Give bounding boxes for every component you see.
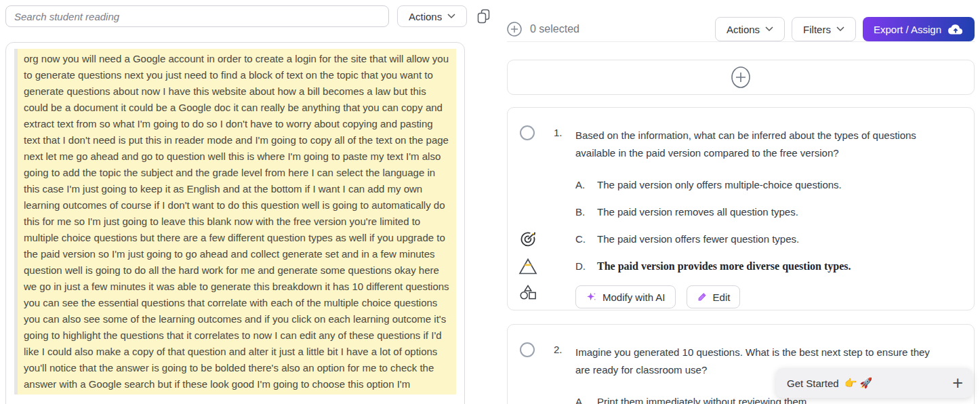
questions-panel: 0 selected Actions Filters Export / Assi… xyxy=(507,0,975,404)
question-rail xyxy=(518,336,554,404)
option-letter: A. xyxy=(575,394,597,404)
export-assign-label: Export / Assign xyxy=(874,24,941,35)
answer-option-correct: D. The paid version provides more divers… xyxy=(554,258,963,275)
question-number: 2. xyxy=(554,344,575,379)
filters-label: Filters xyxy=(803,24,831,35)
question-select-radio[interactable] xyxy=(520,125,535,140)
select-all-control[interactable]: 0 selected xyxy=(507,22,579,37)
reading-panel: Actions org now you will need a Google a… xyxy=(5,5,476,27)
filters-button[interactable]: Filters xyxy=(792,17,856,41)
chevron-down-icon xyxy=(765,26,773,32)
question-text: Based on the information, what can be in… xyxy=(575,127,941,162)
pyramid-icon[interactable] xyxy=(518,257,537,276)
questions-actions-button[interactable]: Actions xyxy=(715,17,785,41)
question-rail xyxy=(518,119,554,300)
question-text-row: 1. Based on the information, what can be… xyxy=(554,127,963,162)
modify-with-ai-label: Modify with AI xyxy=(603,291,666,303)
reading-toolbar: Actions xyxy=(5,5,476,27)
question-number: 1. xyxy=(554,127,575,162)
cloud-upload-icon xyxy=(947,23,964,35)
question-select-radio[interactable] xyxy=(520,342,535,357)
option-letter: D. xyxy=(575,258,597,275)
answer-option: B. The paid version removes all question… xyxy=(554,204,963,220)
modify-with-ai-button[interactable]: Modify with AI xyxy=(575,285,676,308)
target-icon[interactable] xyxy=(518,230,537,249)
sparkle-icon xyxy=(586,291,597,303)
option-letter: A. xyxy=(575,177,597,193)
get-started-widget[interactable]: Get Started 👉 🚀 + xyxy=(776,368,973,398)
option-letter: B. xyxy=(575,204,597,220)
option-text: The paid version provides more diverse q… xyxy=(597,258,851,275)
add-question-row[interactable] xyxy=(507,60,975,95)
get-started-emoji: 👉 🚀 xyxy=(844,377,873,389)
option-text: The paid version removes all question ty… xyxy=(597,204,798,220)
question-card: 1. Based on the information, what can be… xyxy=(507,107,975,310)
copy-icon xyxy=(476,9,491,24)
option-letter: C. xyxy=(575,231,597,247)
selected-count: 0 selected xyxy=(530,23,579,35)
get-started-expand-button[interactable]: + xyxy=(952,374,963,392)
chevron-down-icon xyxy=(836,26,844,32)
answer-option: A. The paid version only offers multiple… xyxy=(554,177,963,193)
question-tag-icons xyxy=(518,230,537,300)
questions-toolbar: 0 selected Actions Filters Export / Assi… xyxy=(507,17,975,41)
student-reading-text[interactable]: org now you will need a Google account i… xyxy=(14,49,456,395)
edit-button[interactable]: Edit xyxy=(687,285,741,308)
chevron-down-icon xyxy=(447,14,455,19)
question-actions-row: Modify with AI Edit xyxy=(554,285,963,308)
reading-actions-label: Actions xyxy=(409,11,442,22)
reading-actions-button[interactable]: Actions xyxy=(397,5,467,27)
pencil-icon xyxy=(697,291,708,302)
search-input[interactable] xyxy=(5,5,389,27)
questions-actions-label: Actions xyxy=(727,24,760,35)
option-text: The paid version only offers multiple-ch… xyxy=(597,177,842,193)
option-text: The paid version offers fewer question t… xyxy=(597,231,799,247)
student-reading-card: org now you will need a Google account i… xyxy=(5,42,465,404)
add-question-icon xyxy=(731,66,751,89)
get-started-label: Get Started xyxy=(787,378,839,389)
shapes-icon[interactable] xyxy=(519,284,537,300)
answer-option: C. The paid version offers fewer questio… xyxy=(554,231,963,247)
edit-label: Edit xyxy=(713,291,731,303)
export-assign-button[interactable]: Export / Assign xyxy=(863,17,975,41)
plus-circle-icon xyxy=(507,22,522,37)
copy-button[interactable] xyxy=(476,9,491,24)
toolbar-divider xyxy=(507,41,975,42)
